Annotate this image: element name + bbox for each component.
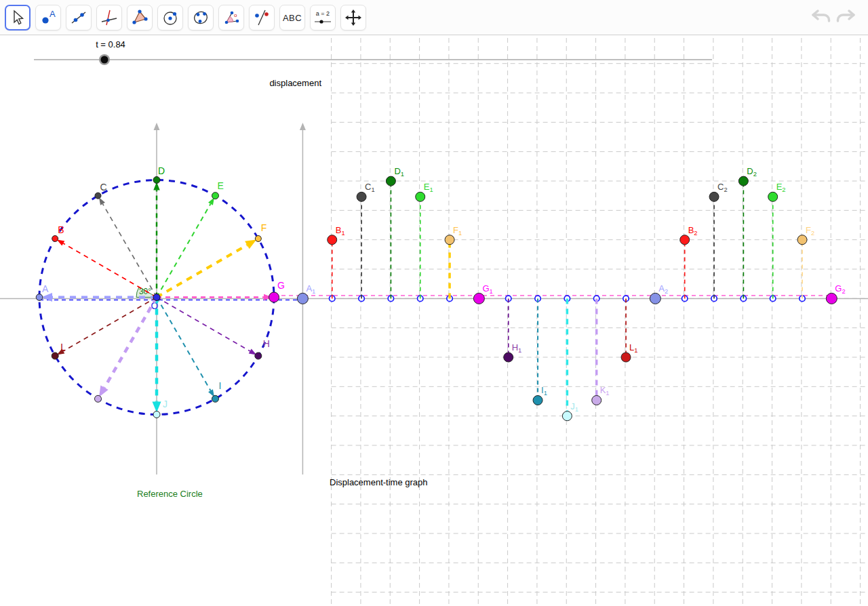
graph-point-label-D2: D2 <box>747 166 757 178</box>
circle-point-E[interactable] <box>212 193 219 199</box>
point-icon: A <box>39 9 57 26</box>
graph-point-label-B1: B1 <box>336 225 345 237</box>
circle-point-D[interactable] <box>153 177 160 184</box>
graph-point-J1[interactable] <box>562 411 572 421</box>
circle-point-label-A: A <box>42 283 49 294</box>
circle-point-G[interactable] <box>269 292 279 302</box>
circle-center-point[interactable] <box>153 294 160 301</box>
vector-OF[interactable] <box>157 245 247 298</box>
graph-point-label-J1: J1 <box>570 401 578 413</box>
circle-point-L[interactable] <box>52 352 58 359</box>
graph-point-G1[interactable] <box>473 293 484 304</box>
conic-icon <box>192 9 210 26</box>
vector-OK[interactable] <box>104 298 157 388</box>
vector-OF-arrowhead <box>245 240 256 249</box>
circle-point-label-E: E <box>218 180 224 191</box>
circle-point-label-L: L <box>60 342 66 352</box>
graph-point-F2[interactable] <box>797 235 807 245</box>
angle-icon: o <box>222 9 240 26</box>
text-tool-button[interactable]: ABC <box>279 5 305 31</box>
angle-tool-button[interactable]: o <box>218 5 244 31</box>
graph-point-B2[interactable] <box>680 235 690 245</box>
graph-point-I1[interactable] <box>533 395 542 405</box>
vector-OE[interactable] <box>157 204 211 298</box>
graph-point-G2[interactable] <box>826 293 837 304</box>
reflect-tool-button[interactable] <box>249 5 275 31</box>
circle-tool-button[interactable] <box>157 5 183 31</box>
graph-point-label-A2: A2 <box>658 283 668 295</box>
vector-OH[interactable] <box>157 298 250 352</box>
geogebra-app: A <box>0 0 868 606</box>
graph-point-label-B2: B2 <box>688 225 698 237</box>
graph-point-B1[interactable] <box>328 235 337 245</box>
graph-point-label-E1: E1 <box>424 182 433 193</box>
graph-point-D2[interactable] <box>738 176 748 186</box>
vector-OL[interactable] <box>63 298 157 352</box>
perpendicular-line-tool-button[interactable] <box>96 5 122 31</box>
move-view-tool-button[interactable] <box>340 5 366 31</box>
graph-point-label-I1: I1 <box>541 385 547 397</box>
slider-tool-icon <box>314 18 332 25</box>
perpendicular-line-icon <box>100 9 118 26</box>
circle-point-A[interactable] <box>36 294 43 301</box>
line-tool-button[interactable] <box>66 5 92 31</box>
graph-point-A1[interactable] <box>297 293 308 304</box>
vector-OC-arrowhead <box>99 197 105 205</box>
circle-point-C[interactable] <box>95 193 101 199</box>
graph-point-L1[interactable] <box>621 352 631 362</box>
graph-point-E1[interactable] <box>416 192 425 201</box>
graph-point-F1[interactable] <box>445 235 454 245</box>
graph-point-label-C1: C1 <box>365 182 375 193</box>
circle-point-label-F: F <box>261 222 267 233</box>
graph-point-C1[interactable] <box>357 192 366 201</box>
line-icon <box>70 9 87 26</box>
circle-point-label-G: G <box>277 280 285 291</box>
graph-point-label-F2: F2 <box>806 225 814 237</box>
graph-point-label-A1: A1 <box>306 283 315 295</box>
undo-redo-group <box>810 7 857 27</box>
circle-point-B[interactable] <box>52 236 58 242</box>
circle-point-label-H: H <box>263 338 270 349</box>
graph-point-label-K1: K1 <box>600 385 610 397</box>
redo-button[interactable] <box>834 7 857 27</box>
graph-point-label-L1: L1 <box>629 342 637 354</box>
graph-point-label-G2: G2 <box>835 283 845 295</box>
circle-point-H[interactable] <box>255 352 262 359</box>
polygon-icon <box>131 9 149 26</box>
graph-point-H1[interactable] <box>504 352 513 362</box>
move-tool-button[interactable] <box>5 5 31 31</box>
circle-title: Reference Circle <box>137 489 203 499</box>
circle-point-I[interactable] <box>212 395 219 402</box>
graph-title: Displacement-time graph <box>330 477 428 487</box>
text-tool-label: ABC <box>283 13 302 23</box>
circle-icon <box>161 9 179 26</box>
slider-tool-label: a = 2 <box>316 11 330 17</box>
graph-point-label-G1: G1 <box>482 283 492 295</box>
vector-OI[interactable] <box>157 298 211 391</box>
vector-OB-arrowhead <box>57 240 65 246</box>
point-tool-button[interactable]: A <box>35 5 61 31</box>
conic-tool-button[interactable] <box>188 5 214 31</box>
circle-point-label-B: B <box>58 224 64 235</box>
graph-point-A2[interactable] <box>650 293 660 304</box>
slider-tool-button[interactable]: a = 2 <box>310 5 336 31</box>
undo-button[interactable] <box>810 7 833 27</box>
graph-point-D1[interactable] <box>386 176 395 186</box>
polygon-tool-button[interactable] <box>127 5 153 31</box>
svg-text:A: A <box>50 9 56 19</box>
circle-point-label-I: I <box>219 380 222 391</box>
vector-OK-arrowhead <box>99 386 108 397</box>
graph-point-E2[interactable] <box>768 192 778 201</box>
circle-point-J[interactable] <box>153 411 160 418</box>
cursor-icon <box>9 9 26 26</box>
graph-point-label-C2: C2 <box>717 182 728 193</box>
graph-point-C2[interactable] <box>709 192 719 201</box>
vector-OC[interactable] <box>103 204 157 298</box>
graph-point-K1[interactable] <box>592 395 601 405</box>
circle-point-K[interactable] <box>95 395 102 402</box>
graph-point-label-F1: F1 <box>453 225 462 237</box>
axis-arrowhead <box>300 123 306 130</box>
graph-point-label-E2: E2 <box>776 182 786 193</box>
circle-point-F[interactable] <box>255 236 261 242</box>
t-slider-handle[interactable] <box>101 56 108 64</box>
